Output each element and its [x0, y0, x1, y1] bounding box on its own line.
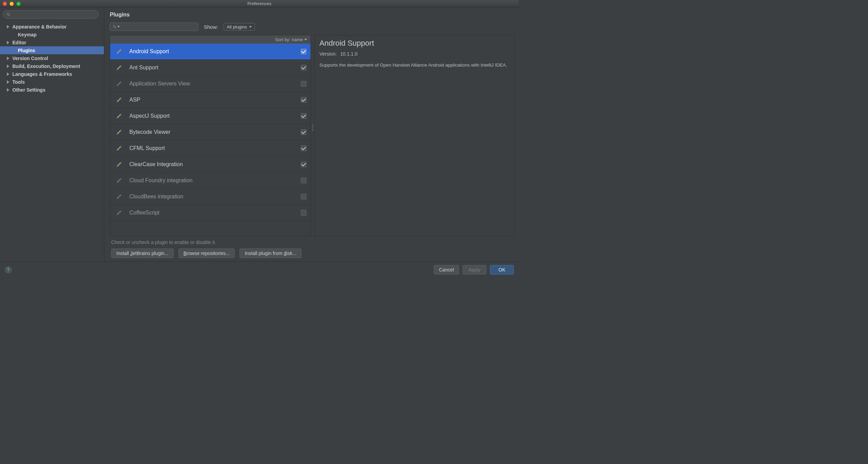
- cancel-button[interactable]: Cancel: [434, 265, 459, 275]
- install-jetbrains-plugin-button[interactable]: Install JetBrains plugin...: [111, 248, 174, 258]
- sidebar-search-input[interactable]: [12, 12, 95, 17]
- svg-marker-11: [117, 26, 120, 27]
- detail-version-label: Version:: [319, 51, 337, 57]
- plugin-name-label: CFML Support: [129, 145, 301, 151]
- sidebar-item-other-settings[interactable]: Other Settings: [0, 86, 104, 94]
- sidebar-item-build-execution-deployment[interactable]: Build, Execution, Deployment: [0, 62, 104, 70]
- plugin-row[interactable]: Ant Support: [110, 60, 310, 76]
- plugin-list: Android SupportAnt SupportApplication Se…: [110, 44, 310, 236]
- sort-header[interactable]: Sort by: name: [110, 35, 310, 44]
- plugin-name-label: Application Servers View: [129, 81, 301, 87]
- svg-marker-5: [7, 65, 9, 68]
- page-title: Plugins: [104, 8, 519, 20]
- svg-marker-4: [7, 57, 9, 60]
- help-button[interactable]: ?: [5, 266, 12, 273]
- sidebar-item-appearance-behavior[interactable]: Appearance & Behavior: [0, 23, 104, 31]
- sidebar-item-label: Version Control: [12, 56, 48, 61]
- plugin-name-label: AspectJ Support: [129, 113, 301, 119]
- content-split: Sort by: name Android SupportAnt Support…: [104, 35, 519, 239]
- plugin-enable-checkbox[interactable]: [301, 178, 306, 183]
- action-button-row: Install JetBrains plugin... Browse repos…: [104, 248, 519, 262]
- plugin-row[interactable]: ASP: [110, 92, 310, 108]
- disclosure-triangle-icon: [7, 88, 10, 92]
- plugin-enable-checkbox[interactable]: [301, 113, 306, 119]
- sidebar-item-label: Other Settings: [12, 87, 45, 93]
- plugin-icon: [115, 65, 123, 71]
- plugin-row[interactable]: CloudBees integration: [110, 189, 310, 205]
- sidebar-item-tools[interactable]: Tools: [0, 78, 104, 86]
- plugin-enable-checkbox[interactable]: [301, 162, 306, 167]
- svg-marker-8: [7, 88, 9, 92]
- sort-by-value: name: [292, 37, 303, 42]
- plugin-enable-checkbox[interactable]: [301, 210, 306, 216]
- sidebar-item-label: Tools: [12, 79, 25, 85]
- plugin-icon: [115, 194, 123, 200]
- plugin-enable-checkbox[interactable]: [301, 97, 306, 103]
- chevron-down-icon: [249, 26, 252, 28]
- sort-by-label: Sort by:: [275, 37, 291, 42]
- plugin-name-label: ClearCase Integration: [129, 161, 301, 167]
- sidebar-item-editor[interactable]: Editor: [0, 38, 104, 46]
- plugin-name-label: CoffeeScript: [129, 210, 301, 216]
- plugin-enable-checkbox[interactable]: [301, 81, 306, 86]
- sidebar-item-label: Editor: [12, 40, 26, 45]
- install-from-disk-button[interactable]: Install plugin from disk...: [239, 248, 301, 258]
- svg-marker-7: [7, 80, 9, 84]
- splitter-handle[interactable]: [312, 125, 314, 131]
- plugin-enable-checkbox[interactable]: [301, 65, 306, 70]
- sidebar-item-label: Plugins: [18, 48, 35, 53]
- search-dropdown-icon: [117, 26, 120, 28]
- plugin-name-label: Cloud Foundry integration: [129, 177, 301, 184]
- sidebar-item-languages-frameworks[interactable]: Languages & Frameworks: [0, 70, 104, 78]
- plugin-search-box[interactable]: [110, 23, 198, 31]
- plugin-name-label: CloudBees integration: [129, 194, 301, 200]
- plugin-row[interactable]: CoffeeScript: [110, 205, 310, 221]
- plugin-search-input[interactable]: [122, 24, 195, 30]
- disclosure-triangle-icon: [7, 25, 10, 28]
- search-icon: [113, 25, 117, 29]
- plugin-row[interactable]: Application Servers View: [110, 76, 310, 92]
- svg-point-0: [7, 13, 9, 15]
- plugin-row[interactable]: Android Support: [110, 44, 310, 60]
- plugin-name-label: Ant Support: [129, 65, 301, 71]
- sidebar-item-plugins[interactable]: Plugins: [0, 46, 104, 54]
- show-filter-select[interactable]: All plugins: [224, 23, 255, 31]
- plugin-enable-checkbox[interactable]: [301, 146, 306, 151]
- plugin-icon: [115, 145, 123, 151]
- svg-marker-2: [7, 25, 9, 28]
- plugin-icon: [115, 129, 123, 135]
- plugin-enable-checkbox[interactable]: [301, 194, 306, 199]
- detail-version-value: 10.1.1.0: [340, 51, 357, 57]
- sidebar-item-label: Build, Execution, Deployment: [12, 63, 80, 69]
- plugin-icon: [115, 81, 123, 87]
- detail-version: Version: 10.1.1.0: [319, 51, 509, 57]
- sidebar-item-keymap[interactable]: Keymap: [0, 31, 104, 38]
- plugin-row[interactable]: ClearCase Integration: [110, 156, 310, 173]
- plugin-icon: [115, 97, 123, 103]
- dialog-footer: ? Cancel Apply OK: [0, 262, 519, 277]
- svg-point-9: [113, 25, 115, 27]
- sidebar-item-label: Languages & Frameworks: [12, 71, 72, 77]
- ok-button[interactable]: OK: [490, 265, 514, 275]
- svg-marker-6: [7, 72, 9, 76]
- sidebar-item-version-control[interactable]: Version Control: [0, 54, 104, 62]
- detail-description: Supports the development of Open Handset…: [319, 62, 509, 68]
- plugin-row[interactable]: Bytecode Viewer: [110, 124, 310, 140]
- plugin-enable-checkbox[interactable]: [301, 49, 306, 54]
- sidebar-search-box[interactable]: [3, 10, 99, 19]
- plugin-enable-checkbox[interactable]: [301, 129, 306, 135]
- plugin-icon: [115, 210, 123, 216]
- plugin-row[interactable]: Cloud Foundry integration: [110, 173, 310, 189]
- apply-button[interactable]: Apply: [462, 265, 486, 275]
- disclosure-triangle-icon: [7, 41, 10, 44]
- disclosure-triangle-icon: [7, 72, 10, 76]
- plugin-name-label: ASP: [129, 97, 301, 103]
- plugin-icon: [115, 161, 123, 167]
- filter-row: Show: All plugins: [104, 20, 519, 35]
- plugin-row[interactable]: CFML Support: [110, 140, 310, 156]
- hint-text: Check or uncheck a plugin to enable or d…: [104, 239, 519, 248]
- plugin-row[interactable]: AspectJ Support: [110, 108, 310, 124]
- browse-repositories-button[interactable]: Browse repositories...: [178, 248, 235, 258]
- preferences-window: Preferences Appearance & BehaviorKeymapE…: [0, 0, 519, 277]
- plugin-detail-panel: Android Support Version: 10.1.1.0 Suppor…: [314, 35, 515, 236]
